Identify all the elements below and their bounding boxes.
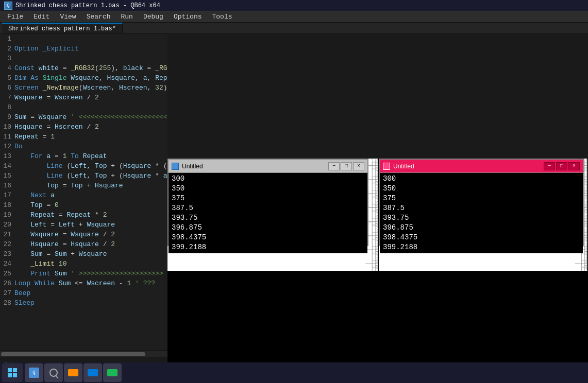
output1-num8: 399.2188 [172, 242, 364, 252]
taskbar-item-1[interactable]: Q [25, 363, 43, 382]
line-6: 6 Screen _NewImage(Wscreen, Hscreen, 32) [0, 83, 167, 93]
window2-minimize-button[interactable]: − [544, 162, 555, 170]
output-window-1: Untitled − □ × 300 350 375 387.5 393.75 … [167, 159, 368, 246]
window2-close-button[interactable]: × [568, 162, 580, 170]
output1-num3: 375 [172, 194, 364, 203]
svg-rect-0 [8, 368, 12, 372]
menu-view[interactable]: View [55, 12, 81, 22]
code-scrollbar[interactable] [0, 350, 167, 357]
window2-output: 300 350 375 387.5 393.75 396.875 398.437… [380, 173, 583, 253]
line-23: 23 Sum = Sum + Wsquare [0, 249, 167, 259]
taskbar-search[interactable] [44, 363, 63, 382]
tab-label: Shrinked chess pattern 1.bas* [8, 25, 116, 32]
taskbar: Q [0, 362, 588, 383]
menu-search[interactable]: Search [81, 12, 116, 22]
window2-title: Untitled [393, 163, 543, 170]
line-3: 3 [0, 54, 167, 63]
edge-icon [88, 369, 98, 376]
code-editor[interactable]: 1 2 Option _Explicit 3 4 Const white = _… [0, 34, 167, 357]
menu-file[interactable]: File [2, 12, 28, 22]
menu-run[interactable]: Run [115, 12, 138, 22]
line-10: 10 Hsquare = Hscreen / 2 [0, 122, 167, 132]
start-button[interactable] [2, 363, 23, 382]
taskbar-item-5[interactable] [103, 363, 122, 382]
output2-num3: 375 [383, 194, 580, 203]
line-11: 11 Repeat = 1 [0, 132, 167, 142]
menu-tools[interactable]: Tools [207, 12, 238, 22]
taskbar-item-3[interactable] [64, 363, 82, 382]
output2-num7: 398.4375 [383, 233, 580, 242]
title-bar: Q Shrinked chess pattern 1.bas - QB64 x6… [0, 0, 588, 11]
menu-options[interactable]: Options [169, 12, 207, 22]
line-4: 4 Const white = _RGB32(255), black = _RG… [0, 63, 167, 73]
taskbar-item-4[interactable] [83, 363, 102, 382]
line-2: 2 Option _Explicit [0, 44, 167, 54]
search-icon [49, 369, 58, 377]
windows-icon [7, 368, 18, 378]
qb64-taskbar-icon: Q [29, 368, 39, 378]
output2-num2: 350 [383, 184, 580, 194]
line-27: 27 Beep [0, 288, 167, 298]
tab-file[interactable]: Shrinked chess pattern 1.bas* [2, 23, 123, 33]
output1-num2: 350 [172, 184, 364, 194]
menu-edit[interactable]: Edit [28, 12, 55, 22]
window2-titlebar: Untitled − □ × [380, 160, 583, 173]
line-13: 13 For a = 1 To Repeat [0, 151, 167, 161]
tab-bar: Shrinked chess pattern 1.bas* [0, 23, 588, 34]
window1-title: Untitled [182, 163, 327, 170]
line-8: 8 [0, 102, 167, 112]
menu-bar: File Edit View Search Run Debug Options … [0, 11, 588, 23]
svg-rect-2 [8, 373, 12, 377]
line-26: 26 Loop While Sum <= Wscreen - 1 ' ??? [0, 278, 167, 288]
line-20: 20 Left = Left + Wsquare [0, 220, 167, 230]
line-7: 7 Wsquare = Wscreen / 2 [0, 93, 167, 102]
firefox-icon [68, 369, 78, 376]
line-14: 14 Line (Left, Top + (Hsquare * (a - 1))… [0, 161, 167, 171]
app-icon-5 [107, 369, 117, 376]
output1-num5: 393.75 [172, 213, 364, 223]
window2-maximize-button[interactable]: □ [556, 162, 567, 170]
line-28: 28 Sleep [0, 298, 167, 308]
line-22: 22 Hsquare = Hsquare / 2 [0, 239, 167, 249]
line-18: 18 Top = 0 [0, 200, 167, 210]
output1-num6: 396.875 [172, 223, 364, 233]
app-icon: Q [4, 2, 12, 10]
window-title: Shrinked chess pattern 1.bas - QB64 x64 [15, 2, 160, 9]
output-window-2: Untitled − □ × 300 350 375 387.5 393.75 … [379, 159, 584, 246]
svg-rect-3 [13, 373, 17, 377]
scrollbar-thumb[interactable] [1, 352, 145, 356]
output1-num4: 387.5 [172, 203, 364, 213]
line-21: 21 Wsquare = Wsquare / 2 [0, 230, 167, 239]
line-12: 12 Do [0, 142, 167, 151]
output1-num7: 398.4375 [172, 233, 364, 242]
output2-num8: 399.2188 [383, 242, 580, 252]
window1-output: 300 350 375 387.5 393.75 396.875 398.437… [169, 173, 367, 253]
line-9: 9 Sum = Wsquare ' <<<<<<<<<<<<<<<<<<<<<<… [0, 112, 167, 122]
output2-num1: 300 [383, 174, 580, 184]
output1-num1: 300 [172, 174, 364, 184]
line-1: 1 [0, 34, 167, 44]
line-15: 15 Line (Left, Top + (Hsquare * a))-(Lef… [0, 171, 167, 181]
line-25: 25 Print Sum ' >>>>>>>>>>>>>>>>>>>>> [0, 269, 167, 278]
window1-maximize-button[interactable]: □ [341, 162, 352, 170]
line-17: 17 Next a [0, 190, 167, 200]
output2-num4: 387.5 [383, 203, 580, 213]
menu-debug[interactable]: Debug [138, 12, 169, 22]
line-24: 24 _Limit 10 [0, 259, 167, 269]
window1-minimize-button[interactable]: − [328, 162, 340, 170]
line-16: 16 Top = Top + Hsquare [0, 181, 167, 190]
window1-titlebar: Untitled − □ × [169, 160, 367, 173]
line-5: 5 Dim As Single Wsquare, Hsquare, a, Rep… [0, 73, 167, 83]
window2-icon [383, 163, 390, 170]
window1-close-button[interactable]: × [353, 162, 364, 170]
window1-icon [172, 163, 179, 170]
output2-num6: 396.875 [383, 223, 580, 233]
svg-rect-1 [13, 368, 17, 372]
line-19: 19 Repeat = Repeat * 2 [0, 210, 167, 220]
output2-num5: 393.75 [383, 213, 580, 223]
